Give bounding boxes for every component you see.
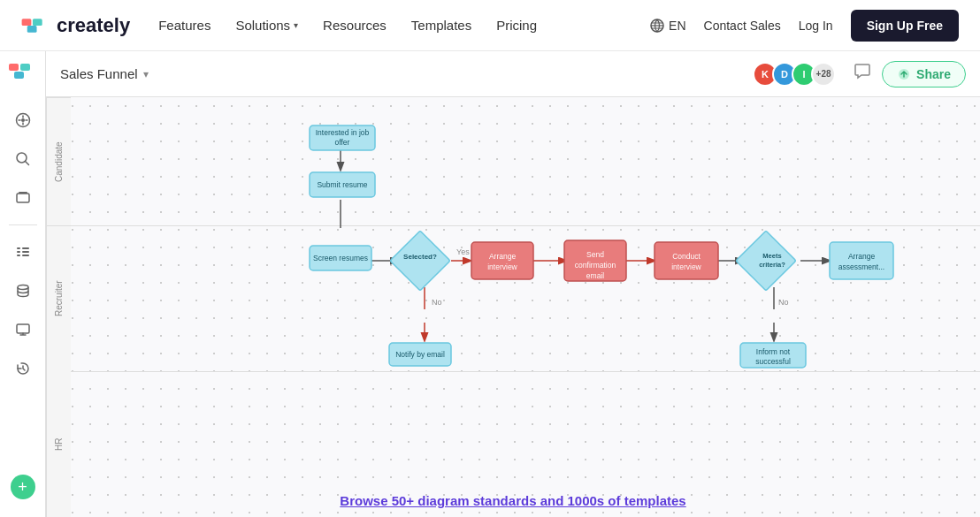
svg-text:Selected?: Selected?	[403, 253, 437, 261]
svg-rect-12	[17, 247, 20, 249]
sidebar-divider-1	[9, 224, 37, 225]
svg-rect-15	[22, 251, 29, 253]
sidebar-logo	[9, 62, 37, 90]
sidebar-list-icon[interactable]	[7, 236, 39, 268]
svg-text:Send: Send	[586, 250, 604, 259]
swimlane-recruiter: Recruiter	[46, 225, 71, 371]
sidebar: +	[0, 51, 46, 517]
nav-templates[interactable]: Templates	[411, 18, 471, 33]
svg-text:assessment...: assessment...	[838, 262, 884, 271]
sidebar-layers-icon[interactable]	[7, 182, 39, 214]
svg-rect-11	[19, 192, 27, 194]
diagram-title-chevron-icon: ▾	[143, 68, 149, 80]
login-button[interactable]: Log In	[799, 19, 833, 33]
svg-rect-4	[9, 64, 19, 71]
svg-text:successful: successful	[755, 357, 791, 366]
logo-icon	[21, 17, 50, 34]
svg-text:Submit resume: Submit resume	[317, 180, 367, 189]
language-selector[interactable]: EN	[650, 19, 685, 33]
nav-features[interactable]: Features	[158, 18, 211, 33]
svg-text:Conduct: Conduct	[672, 252, 701, 261]
svg-text:Yes: Yes	[456, 247, 470, 256]
svg-text:offer: offer	[335, 138, 350, 147]
svg-text:interview: interview	[487, 262, 517, 271]
svg-text:Arrange: Arrange	[848, 252, 876, 261]
svg-point-18	[18, 285, 28, 290]
sidebar-history-icon[interactable]	[7, 353, 39, 384]
contact-sales-link[interactable]: Contact Sales	[704, 19, 781, 33]
svg-text:email: email	[586, 271, 604, 280]
svg-text:interview: interview	[671, 262, 701, 271]
svg-text:No: No	[778, 298, 789, 307]
svg-text:Arrange: Arrange	[489, 252, 517, 261]
svg-text:Interested in job: Interested in job	[316, 128, 370, 137]
sidebar-database-icon[interactable]	[7, 275, 39, 307]
main-area: + Sales Funnel ▾ K D I +28 Share	[0, 51, 980, 517]
logo[interactable]: creately	[21, 14, 130, 37]
add-shape-button[interactable]: +	[11, 475, 35, 499]
svg-text:Screen resumes: Screen resumes	[313, 254, 368, 262]
svg-rect-14	[17, 251, 20, 253]
svg-rect-6	[14, 72, 24, 79]
nav-resources[interactable]: Resources	[323, 18, 387, 33]
signup-button[interactable]: Sign Up Free	[851, 10, 959, 42]
comment-icon[interactable]	[854, 63, 871, 85]
svg-text:confirmation: confirmation	[575, 261, 616, 270]
svg-rect-13	[22, 247, 29, 249]
share-icon	[897, 67, 911, 81]
svg-text:Inform not: Inform not	[756, 347, 791, 356]
svg-rect-17	[22, 255, 29, 256]
diagram-title-wrap[interactable]: Sales Funnel ▾	[60, 66, 149, 81]
svg-rect-55	[655, 242, 718, 279]
svg-rect-10	[17, 194, 29, 202]
svg-rect-16	[17, 255, 20, 256]
svg-rect-5	[20, 64, 30, 71]
sidebar-compass-icon[interactable]	[7, 104, 39, 136]
svg-rect-2	[27, 26, 37, 33]
sidebar-search-icon[interactable]	[7, 143, 39, 175]
svg-rect-0	[22, 19, 32, 26]
svg-text:criteria?: criteria?	[759, 261, 785, 269]
browse-templates-link[interactable]: Browse 50+ diagram standards and 1000s o…	[340, 493, 685, 508]
svg-point-8	[21, 118, 25, 122]
nav-right: EN Contact Sales Log In Sign Up Free	[650, 10, 959, 42]
svg-rect-46	[471, 242, 533, 279]
canvas-wrapper: Sales Funnel ▾ K D I +28 Share Ca	[46, 51, 980, 517]
collaborator-avatars: K D I +28	[753, 62, 836, 87]
nav-links: Features Solutions ▾ Resources Templates…	[158, 18, 650, 33]
svg-rect-19	[17, 324, 29, 333]
lang-label: EN	[669, 19, 685, 33]
svg-rect-1	[33, 19, 42, 26]
navbar: creately Features Solutions ▾ Resources …	[0, 0, 980, 51]
globe-icon	[650, 19, 664, 33]
svg-text:No: No	[432, 298, 442, 307]
sidebar-monitor-icon[interactable]	[7, 314, 39, 346]
swim-lane-labels: Candidate Recruiter HR	[46, 97, 71, 517]
avatar-overflow-count: +28	[811, 62, 836, 87]
diagram-toolbar: Sales Funnel ▾ K D I +28 Share	[46, 51, 980, 97]
diagram-svg: Yes No Yes No Interested in job offer	[71, 97, 980, 371]
share-button[interactable]: Share	[882, 61, 966, 87]
nav-pricing[interactable]: Pricing	[496, 18, 537, 33]
logo-text: creately	[57, 14, 130, 37]
nav-solutions[interactable]: Solutions ▾	[235, 18, 298, 33]
svg-rect-44	[390, 231, 450, 291]
solutions-chevron-icon: ▾	[294, 20, 298, 30]
diagram-canvas[interactable]: Candidate Recruiter HR	[46, 97, 980, 517]
swimlane-candidate: Candidate	[46, 97, 71, 225]
svg-text:Meets: Meets	[762, 252, 781, 260]
bottom-cta: Browse 50+ diagram standards and 1000s o…	[46, 493, 980, 508]
diagram-title: Sales Funnel	[60, 66, 138, 81]
lane-divider-2	[71, 371, 980, 372]
svg-text:Notify by email: Notify by email	[395, 350, 445, 359]
svg-rect-61	[830, 242, 893, 279]
